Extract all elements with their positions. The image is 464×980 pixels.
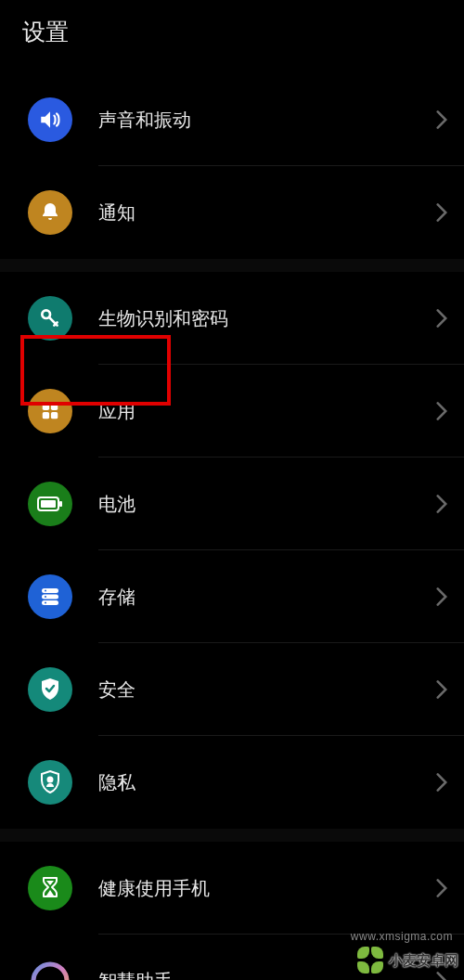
- svg-point-15: [33, 964, 67, 980]
- watermark-brand: 小麦安卓网: [357, 947, 458, 974]
- ring-icon: [28, 959, 72, 980]
- svg-rect-3: [43, 412, 49, 419]
- chevron-right-icon: [436, 309, 447, 328]
- item-label: 安全: [98, 677, 436, 703]
- header: 设置: [0, 0, 464, 73]
- settings-item-storage[interactable]: 存储: [0, 550, 464, 643]
- chevron-right-icon: [436, 879, 447, 897]
- settings-item-privacy[interactable]: 隐私: [0, 736, 464, 829]
- page-title: 设置: [22, 17, 442, 47]
- section-gap: [0, 829, 464, 842]
- privacy-icon: [28, 760, 72, 805]
- settings-item-security[interactable]: 安全: [0, 643, 464, 736]
- storage-icon: [28, 574, 72, 619]
- settings-item-notifications[interactable]: 通知: [0, 166, 464, 259]
- hourglass-icon: [28, 866, 72, 910]
- chevron-right-icon: [436, 402, 447, 420]
- svg-rect-10: [42, 600, 58, 605]
- item-label: 隐私: [98, 770, 436, 795]
- svg-rect-8: [42, 588, 58, 593]
- svg-rect-2: [51, 404, 58, 410]
- section-gap: [0, 259, 464, 272]
- svg-rect-6: [41, 500, 56, 508]
- chevron-right-icon: [436, 110, 447, 129]
- svg-point-13: [45, 602, 46, 604]
- watermark-text: 小麦安卓网: [389, 952, 458, 970]
- item-label: 电池: [98, 492, 436, 517]
- settings-item-sound[interactable]: 声音和振动: [0, 73, 464, 166]
- chevron-right-icon: [436, 495, 447, 513]
- svg-rect-1: [43, 404, 49, 410]
- watermark-url: www.xmsigma.com: [351, 930, 453, 943]
- item-label: 声音和振动: [98, 108, 436, 133]
- shield-icon: [28, 667, 72, 712]
- settings-item-apps[interactable]: 应用: [0, 365, 464, 458]
- svg-point-14: [48, 778, 53, 782]
- grid-icon: [28, 389, 72, 433]
- clover-icon: [357, 947, 385, 974]
- chevron-right-icon: [436, 680, 447, 699]
- chevron-right-icon: [436, 773, 447, 792]
- key-icon: [28, 296, 72, 341]
- svg-point-11: [45, 590, 46, 592]
- svg-rect-4: [51, 412, 58, 419]
- battery-icon: [28, 482, 72, 526]
- svg-point-12: [45, 596, 46, 598]
- settings-item-battery[interactable]: 电池: [0, 458, 464, 550]
- item-label: 通知: [98, 200, 436, 226]
- item-label: 生物识别和密码: [98, 306, 436, 331]
- item-label: 存储: [98, 585, 436, 610]
- item-label: 应用: [98, 399, 436, 424]
- chevron-right-icon: [436, 587, 447, 606]
- chevron-right-icon: [436, 203, 447, 222]
- settings-item-biometrics[interactable]: 生物识别和密码: [0, 272, 464, 365]
- sound-icon: [28, 97, 72, 142]
- svg-rect-7: [59, 501, 62, 507]
- svg-rect-9: [42, 595, 58, 600]
- bell-icon: [28, 190, 72, 235]
- item-label: 健康使用手机: [98, 876, 436, 901]
- settings-item-digital-wellbeing[interactable]: 健康使用手机: [0, 842, 464, 935]
